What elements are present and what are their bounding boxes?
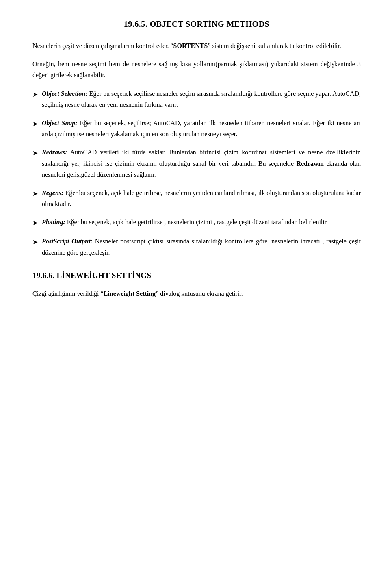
- bullet-content-redraws: Redraws: AutoCAD verileri iki türde sakl…: [42, 147, 361, 180]
- bullet-arrow-2: ➤: [32, 118, 38, 129]
- bullet-arrow-1: ➤: [32, 89, 38, 100]
- bullet-content-regens: Regens: Eğer bu seçenek, açık hale getir…: [42, 187, 361, 209]
- bullet-arrow-3: ➤: [32, 148, 38, 158]
- redraw-bold-word: Redrawın: [296, 160, 324, 167]
- intro-text-1: Nesnelerin çeşit ve düzen çalışmalarını …: [32, 42, 173, 49]
- section-title: 19.6.5. OBJECT SORTİNG METHODS: [32, 20, 361, 29]
- bullet-row-object-selection: ➤ Object Selection: Eğer bu seçenek seçi…: [32, 88, 361, 110]
- bullet-object-snap: ➤ Object Snap: Eğer bu seçenek, seçilirs…: [32, 117, 361, 139]
- bullet-regens: ➤ Regens: Eğer bu seçenek, açık hale get…: [32, 187, 361, 209]
- text-object-selection: Eğer bu seçenek seçilirse nesneler seçim…: [42, 90, 361, 108]
- bullet-content-postscript: PostScript Output: Nesneler postscrıpt ç…: [42, 236, 361, 258]
- label-regens: Regens:: [42, 189, 63, 196]
- sub-text-2: ” diyalog kutusunu ekrana getirir.: [156, 290, 243, 297]
- label-object-selection: Object Selection:: [42, 90, 88, 97]
- bullet-arrow-6: ➤: [32, 237, 38, 247]
- label-postscript: PostScript Output:: [42, 238, 93, 245]
- sub-text-1: Çizgi ağırlığının verildiği “: [32, 290, 104, 297]
- second-paragraph: Örneğin, hem nesne seçimi hem de nesnele…: [32, 59, 361, 80]
- page-container: 19.6.5. OBJECT SORTİNG METHODS Nesneleri…: [0, 0, 390, 588]
- lineweight-bold: Lineweight Setting: [104, 290, 156, 297]
- bullet-row-regens: ➤ Regens: Eğer bu seçenek, açık hale get…: [32, 187, 361, 209]
- bullet-row-redraws: ➤ Redraws: AutoCAD verileri iki türde sa…: [32, 147, 361, 180]
- sub-section-paragraph: Çizgi ağırlığının verildiği “Lineweight …: [32, 288, 361, 299]
- text-regens: Eğer bu seçenek, açık hale getirilirse, …: [42, 189, 361, 207]
- bullet-plotting: ➤ Plotting: Eğer bu seçenek, açık hale g…: [32, 217, 361, 228]
- bullet-arrow-4: ➤: [32, 188, 38, 199]
- bullet-arrow-5: ➤: [32, 217, 38, 228]
- bullet-redraws: ➤ Redraws: AutoCAD verileri iki türde sa…: [32, 147, 361, 180]
- intro-text-2: ” sistem değişkeni kullanılarak ta kontr…: [208, 42, 341, 49]
- bullet-content-object-snap: Object Snap: Eğer bu seçenek, seçilirse;…: [42, 117, 361, 139]
- sortents-bold: SORTENTS: [173, 42, 208, 49]
- bullet-row-plotting: ➤ Plotting: Eğer bu seçenek, açık hale g…: [32, 217, 361, 228]
- text-object-snap: Eğer bu seçenek, seçilirse; AutoCAD, yar…: [42, 119, 361, 137]
- bullet-row-postscript: ➤ PostScript Output: Nesneler postscrıpt…: [32, 236, 361, 258]
- label-plotting: Plotting:: [42, 219, 65, 226]
- bullet-content-object-selection: Object Selection: Eğer bu seçenek seçili…: [42, 88, 361, 110]
- label-redraws: Redraws:: [42, 149, 67, 156]
- bullet-object-selection: ➤ Object Selection: Eğer bu seçenek seçi…: [32, 88, 361, 110]
- intro-paragraph: Nesnelerin çeşit ve düzen çalışmalarını …: [32, 40, 361, 51]
- bullet-postscript: ➤ PostScript Output: Nesneler postscrıpt…: [32, 236, 361, 258]
- label-object-snap: Object Snap:: [42, 119, 78, 126]
- text-plotting: Eğer bu seçenek, açık hale getirilirse ,…: [67, 219, 330, 226]
- sub-section-title: 19.6.6. LİNEWEİGHT SETTİNGS: [32, 271, 361, 280]
- bullet-row-object-snap: ➤ Object Snap: Eğer bu seçenek, seçilirs…: [32, 117, 361, 139]
- bullet-content-plotting: Plotting: Eğer bu seçenek, açık hale get…: [42, 217, 361, 228]
